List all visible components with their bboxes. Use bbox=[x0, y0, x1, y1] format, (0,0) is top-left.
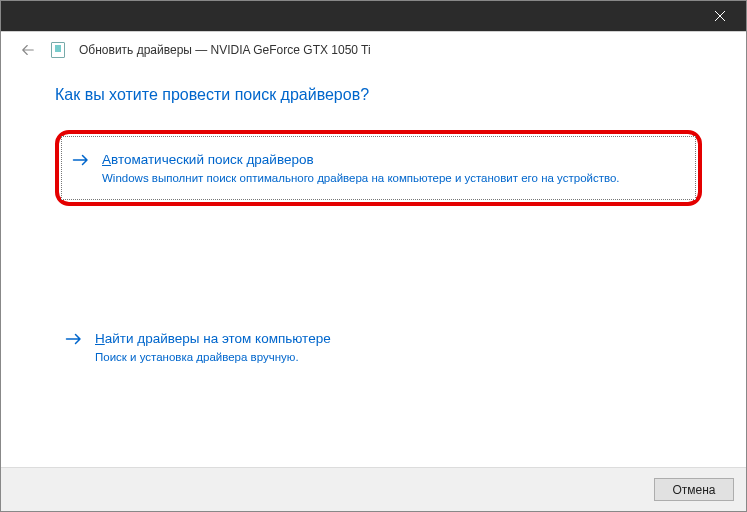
dialog-body: Обновить драйверы — NVIDIA GeForce GTX 1… bbox=[1, 31, 746, 511]
arrow-right-icon bbox=[65, 332, 83, 350]
cancel-button[interactable]: Отмена bbox=[654, 478, 734, 501]
option-local-title: Найти драйверы на этом компьютере bbox=[95, 330, 690, 348]
option-auto-search[interactable]: Автоматический поиск драйверов Windows в… bbox=[62, 137, 695, 199]
option-auto-text: Автоматический поиск драйверов Windows в… bbox=[102, 151, 683, 185]
option-local-desc: Поиск и установка драйвера вручную. bbox=[95, 350, 690, 365]
device-icon bbox=[51, 42, 65, 58]
driver-update-dialog: Обновить драйверы — NVIDIA GeForce GTX 1… bbox=[0, 0, 747, 512]
option-auto-title: Автоматический поиск драйверов bbox=[102, 151, 683, 169]
option-local-search[interactable]: Найти драйверы на этом компьютере Поиск … bbox=[55, 316, 702, 378]
dialog-title: Обновить драйверы — NVIDIA GeForce GTX 1… bbox=[79, 43, 371, 57]
option-local-text: Найти драйверы на этом компьютере Поиск … bbox=[95, 330, 690, 364]
dialog-header: Обновить драйверы — NVIDIA GeForce GTX 1… bbox=[1, 32, 746, 68]
dialog-content: Как вы хотите провести поиск драйверов? … bbox=[1, 68, 746, 467]
titlebar bbox=[1, 1, 746, 31]
back-arrow-icon bbox=[19, 41, 37, 59]
back-button[interactable] bbox=[19, 41, 37, 59]
arrow-right-icon bbox=[72, 153, 90, 171]
close-icon bbox=[715, 11, 725, 21]
option-auto-desc: Windows выполнит поиск оптимального драй… bbox=[102, 171, 683, 186]
option-auto-focus-outline: Автоматический поиск драйверов Windows в… bbox=[61, 136, 696, 200]
highlight-annotation: Автоматический поиск драйверов Windows в… bbox=[55, 130, 702, 206]
close-button[interactable] bbox=[697, 1, 742, 31]
dialog-footer: Отмена bbox=[1, 467, 746, 511]
content-heading: Как вы хотите провести поиск драйверов? bbox=[55, 86, 702, 104]
